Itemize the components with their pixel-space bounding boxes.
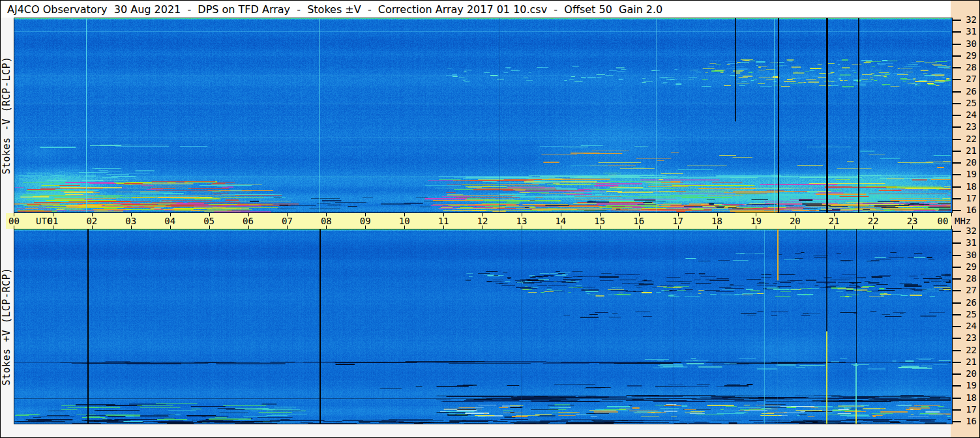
freq-label: 22 bbox=[962, 345, 977, 355]
freq-tick bbox=[952, 151, 961, 152]
freq-label: 26 bbox=[962, 298, 977, 308]
freq-label: 20 bbox=[962, 158, 977, 168]
hour-label: 06 bbox=[241, 216, 256, 226]
freq-label: 25 bbox=[962, 310, 977, 319]
freq-label: 30 bbox=[962, 250, 977, 260]
hour-label: 09 bbox=[357, 216, 373, 226]
freq-tick bbox=[952, 31, 961, 33]
hour-label: 18 bbox=[709, 216, 725, 226]
mhz-unit-label: MHz bbox=[955, 216, 971, 226]
spectrogram-viewer: AJ4CO Observatory 30 Aug 2021 - DPS on T… bbox=[0, 0, 980, 438]
freq-tick bbox=[952, 55, 961, 57]
spectrogram-panel-stokes-plus-v bbox=[14, 229, 953, 424]
freq-tick bbox=[952, 91, 961, 93]
freq-label: 18 bbox=[962, 393, 977, 403]
hour-label: 03 bbox=[123, 216, 139, 226]
freq-tick bbox=[952, 278, 961, 280]
freq-tick bbox=[952, 174, 961, 175]
time-end-label: 00 bbox=[934, 216, 951, 226]
hour-tick bbox=[951, 226, 952, 229]
hour-label: 13 bbox=[514, 216, 529, 226]
hour-tick bbox=[14, 226, 14, 229]
hour-label: 23 bbox=[904, 216, 920, 226]
freq-tick bbox=[952, 267, 961, 268]
hour-label: 11 bbox=[436, 216, 451, 226]
hour-label: 08 bbox=[318, 216, 334, 226]
freq-tick bbox=[952, 79, 961, 80]
hour-label: 17 bbox=[670, 216, 686, 226]
hour-tick bbox=[951, 213, 952, 216]
hour-label: 02 bbox=[84, 216, 100, 226]
stokes-plus-v-axis-label: Stokes +V (LCP-RCP) bbox=[1, 222, 12, 431]
hour-label: 19 bbox=[748, 216, 764, 226]
freq-label: 31 bbox=[962, 238, 977, 248]
freq-label: 19 bbox=[962, 381, 977, 390]
page-title: AJ4CO Observatory 30 Aug 2021 - DPS on T… bbox=[1, 3, 662, 16]
freq-label: 23 bbox=[962, 333, 977, 343]
freq-tick bbox=[952, 231, 961, 232]
freq-tick bbox=[952, 350, 961, 351]
hour-label: 22 bbox=[865, 216, 881, 226]
hour-label: 10 bbox=[396, 216, 412, 226]
freq-tick bbox=[952, 162, 961, 164]
freq-tick bbox=[952, 103, 961, 104]
spectrogram-canvas-bottom bbox=[14, 229, 951, 424]
time-start-label: 00 bbox=[8, 216, 20, 226]
freq-tick bbox=[952, 398, 961, 399]
freq-tick bbox=[952, 421, 961, 422]
freq-label: 20 bbox=[962, 369, 977, 379]
freq-tick bbox=[952, 242, 961, 244]
freq-tick bbox=[952, 186, 961, 188]
hour-label: 01 bbox=[45, 216, 61, 226]
freq-label: 28 bbox=[962, 63, 977, 72]
freq-label: 17 bbox=[962, 194, 977, 203]
hour-label: 14 bbox=[553, 216, 569, 226]
freq-label: 32 bbox=[962, 226, 977, 236]
freq-tick bbox=[952, 255, 961, 256]
freq-label: 27 bbox=[962, 74, 977, 84]
freq-tick bbox=[952, 115, 961, 116]
freq-label: 27 bbox=[962, 285, 977, 295]
freq-label: 24 bbox=[962, 110, 977, 120]
freq-tick bbox=[952, 373, 961, 375]
freq-label: 25 bbox=[962, 98, 977, 108]
freq-label: 30 bbox=[962, 39, 977, 49]
freq-tick bbox=[952, 314, 961, 315]
freq-label: 31 bbox=[962, 27, 977, 36]
freq-label: 21 bbox=[962, 146, 977, 156]
title-bar: AJ4CO Observatory 30 Aug 2021 - DPS on T… bbox=[1, 1, 951, 18]
spectrogram-panel-stokes-minus-v bbox=[14, 18, 953, 213]
hour-label: 05 bbox=[201, 216, 217, 226]
freq-label: 16 bbox=[962, 416, 977, 426]
hour-label: 04 bbox=[162, 216, 178, 226]
freq-label: 26 bbox=[962, 87, 977, 96]
freq-tick bbox=[952, 302, 961, 304]
hour-label: 20 bbox=[787, 216, 803, 226]
freq-tick bbox=[952, 67, 961, 68]
freq-label: 23 bbox=[962, 122, 977, 132]
spectrogram-canvas-top bbox=[14, 18, 951, 212]
freq-tick bbox=[952, 338, 961, 339]
freq-label: 28 bbox=[962, 274, 977, 284]
hour-label: 07 bbox=[279, 216, 295, 226]
freq-tick bbox=[952, 409, 961, 411]
hour-tick bbox=[14, 213, 14, 216]
freq-tick bbox=[952, 139, 961, 140]
freq-tick bbox=[952, 20, 961, 21]
freq-label: 22 bbox=[962, 134, 977, 144]
freq-tick bbox=[952, 198, 961, 199]
freq-tick bbox=[952, 126, 961, 128]
hour-label: 15 bbox=[592, 216, 608, 226]
freq-label: 29 bbox=[962, 262, 977, 272]
hour-label: 21 bbox=[826, 216, 842, 226]
freq-label: 18 bbox=[962, 182, 977, 192]
freq-tick bbox=[952, 362, 961, 363]
freq-label: 19 bbox=[962, 169, 977, 179]
hour-label: 12 bbox=[475, 216, 490, 226]
freq-label: 32 bbox=[962, 15, 977, 25]
freq-label: 17 bbox=[962, 405, 977, 415]
freq-label: 16 bbox=[962, 205, 977, 215]
freq-tick bbox=[952, 385, 961, 387]
freq-label: 21 bbox=[962, 357, 977, 367]
freq-tick bbox=[952, 44, 961, 45]
